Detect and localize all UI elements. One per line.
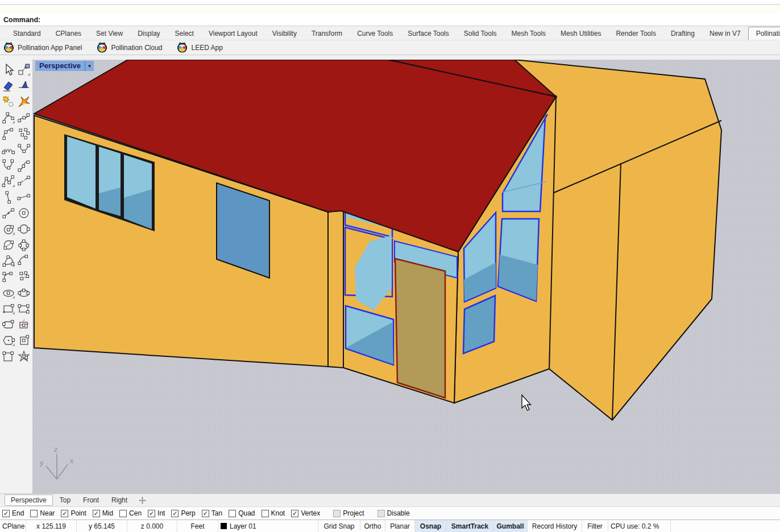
status-cell-smarttrack[interactable]: SmartTrack [447, 520, 493, 532]
status-cell-z-0-000[interactable]: z 0.000 [127, 520, 177, 532]
menu-tab-mesh-tools[interactable]: Mesh Tools [504, 27, 553, 40]
sidebar-tool-rectangle-corner[interactable] [1, 301, 16, 316]
sidebar-tool-arc-blend[interactable] [1, 126, 16, 141]
status-cell-record-history[interactable]: Record History [528, 520, 582, 532]
entrance-door[interactable] [395, 259, 445, 398]
sidebar-tool-rectangle-deform[interactable] [16, 317, 31, 332]
menu-tab-visibility[interactable]: Visibility [265, 27, 304, 40]
sidebar-tool-polygon-center[interactable] [1, 332, 16, 348]
osnap-toggle-point[interactable]: ✓Point [61, 509, 86, 517]
front-window-1[interactable] [67, 136, 96, 209]
status-cell-filter[interactable]: Filter [582, 520, 608, 532]
menu-tab-drafting[interactable]: Drafting [663, 27, 702, 40]
sidebar-tool-line-segments[interactable] [16, 173, 31, 189]
menu-tab-viewport-layout[interactable]: Viewport Layout [201, 27, 265, 40]
sidebar-tool-star[interactable] [16, 348, 31, 364]
sidebar-tool-move[interactable] [16, 62, 31, 77]
osnap-toggle-mid[interactable]: ✓Mid [93, 509, 113, 517]
sidebar-tool-point-scatter[interactable] [16, 126, 31, 141]
status-cell-feet[interactable]: Feet [177, 520, 218, 532]
sidebar-tool-curve-v[interactable] [16, 142, 31, 157]
menu-tab-curve-tools[interactable]: Curve Tools [350, 27, 400, 40]
osnap-toggle-disable[interactable]: Disable [377, 509, 410, 517]
sidebar-tool-curve-through-points[interactable] [16, 110, 31, 125]
sidebar-tool-line-angled[interactable] [16, 189, 31, 205]
osnap-toggle-perp[interactable]: ✓Perp [171, 509, 195, 517]
entrance-jamb[interactable] [328, 209, 343, 368]
toolbar-button-leed-app[interactable]: LEED App [177, 42, 222, 53]
sidebar-tool-curve-u[interactable] [1, 157, 16, 173]
toolbar-button-pollination-app-panel[interactable]: Pollination App Panel [3, 42, 82, 53]
viewport-tab-right[interactable]: Right [106, 495, 133, 505]
sidebar-tool-line-vertical[interactable] [1, 189, 16, 205]
sidebar-tool-trim[interactable] [16, 78, 31, 93]
sidebar-tool-arc-quarter[interactable] [1, 269, 16, 284]
osnap-toggle-tan[interactable]: ✓Tan [202, 509, 222, 517]
sidebar-tool-square-center[interactable] [16, 332, 31, 348]
sidebar-tool-square-corner[interactable] [1, 348, 16, 364]
menu-tab-display[interactable]: Display [130, 27, 167, 40]
menu-tab-surface-tools[interactable]: Surface Tools [400, 27, 457, 40]
sidebar-tool-circle-diameter[interactable] [1, 237, 16, 252]
sidebar-tool-smash[interactable] [16, 94, 31, 109]
perspective-viewport[interactable]: z y x Perspective ▼ [32, 60, 780, 493]
sidebar-tool-ellipse-3pt[interactable] [16, 285, 31, 300]
command-prompt[interactable]: Command: [0, 14, 780, 26]
osnap-toggle-knot[interactable]: Knot [262, 509, 285, 517]
osnap-toggle-project[interactable]: Project [333, 509, 364, 517]
sidebar-tool-explode[interactable] [1, 94, 16, 109]
menu-tab-set-view[interactable]: Set View [89, 27, 130, 40]
sidebar-tool-circle-radius[interactable] [1, 221, 16, 236]
new-viewport-tab-button[interactable] [139, 497, 146, 504]
sidebar-tool-select[interactable] [1, 62, 16, 77]
menu-tab-transform[interactable]: Transform [304, 27, 350, 40]
status-cell-cpu-use-0-2-[interactable]: CPU use: 0.2 % [608, 520, 671, 532]
viewport-title[interactable]: Perspective ▼ [35, 61, 94, 71]
sidebar-tool-point-grid[interactable] [16, 269, 31, 284]
viewport-tab-front[interactable]: Front [77, 495, 105, 505]
menu-tab-pollination-apps[interactable]: Pollination Apps [748, 27, 780, 40]
viewport-title-dropdown[interactable]: ▼ [85, 61, 94, 71]
osnap-toggle-quad[interactable]: Quad [229, 509, 255, 517]
sidebar-tool-arc-corner[interactable] [16, 253, 31, 268]
status-cell-gumball[interactable]: Gumball [493, 520, 528, 532]
menu-tab-render-tools[interactable]: Render Tools [608, 27, 663, 40]
status-cell-x-125-119[interactable]: x 125.119 [26, 520, 77, 532]
toolbar-button-pollination-cloud[interactable]: Pollination Cloud [97, 42, 162, 53]
viewport-tab-perspective[interactable]: Perspective [5, 494, 53, 506]
status-cell-planar[interactable]: Planar [385, 520, 415, 532]
menu-tab-select[interactable]: Select [168, 27, 201, 40]
status-cell-ortho[interactable]: Ortho [360, 520, 385, 532]
status-cell-cplane[interactable]: CPlane [0, 520, 26, 532]
status-cell-osnap[interactable]: Osnap [415, 520, 447, 532]
status-cell-layer-01[interactable]: Layer 01 [218, 520, 318, 532]
sidebar-tool-rectangle-3pt[interactable] [16, 301, 31, 316]
menu-tab-mesh-utilities[interactable]: Mesh Utilities [553, 27, 608, 40]
viewport-tab-top[interactable]: Top [54, 495, 76, 505]
viewport-title-text[interactable]: Perspective [35, 61, 85, 71]
menu-tab-solid-tools[interactable]: Solid Tools [457, 27, 504, 40]
osnap-toggle-vertex[interactable]: ✓Vertex [291, 509, 320, 517]
menu-tab-standard[interactable]: Standard [6, 27, 48, 40]
sidebar-tool-ellipse-center[interactable] [1, 285, 16, 300]
osnap-toggle-int[interactable]: ✓Int [148, 509, 165, 517]
osnap-toggle-near[interactable]: Near [30, 509, 55, 517]
sidebar-tool-circle-center[interactable] [16, 205, 31, 221]
sidebar-tool-line-midpoint[interactable] [1, 205, 16, 221]
sidebar-tool-control-point-curve[interactable] [1, 110, 16, 125]
osnap-toggle-cen[interactable]: Cen [119, 509, 142, 517]
sidebar-tool-curve-s[interactable] [16, 157, 31, 173]
menu-tab-cplanes[interactable]: CPlanes [48, 27, 89, 40]
menu-tab-new-in-v7[interactable]: New in V7 [702, 27, 748, 40]
sidebar-tool-polyline[interactable] [1, 173, 16, 189]
status-cell-y-65-145[interactable]: y 65.145 [77, 520, 127, 532]
osnap-toggle-end[interactable]: ✓End [2, 509, 24, 517]
sidebar-tool-circle-points[interactable] [16, 237, 31, 252]
sidebar-tool-delete[interactable] [1, 78, 16, 93]
sidebar-tool-helix[interactable] [1, 142, 16, 157]
status-cell-grid-snap[interactable]: Grid Snap [318, 520, 360, 532]
sidebar-tool-rectangle-rounded[interactable] [1, 317, 16, 332]
axis-label-y: y [40, 458, 44, 467]
sidebar-tool-circle-2pt[interactable] [16, 221, 31, 236]
sidebar-tool-arc-center-start-end[interactable] [1, 253, 16, 268]
